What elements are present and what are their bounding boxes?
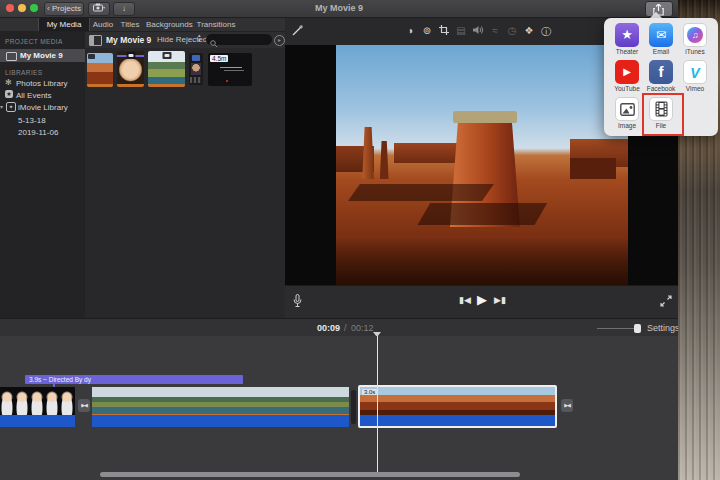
timeline-clip-lake[interactable] [92, 387, 349, 415]
info-icon[interactable]: ⓘ [539, 25, 553, 39]
window-titlebar: ‹ Projects ↓ My Movie 9 [0, 0, 678, 18]
camera-badge-icon [126, 52, 135, 59]
play-icon[interactable]: ▶ [477, 292, 487, 307]
media-thumb-small-clip[interactable] [189, 53, 203, 85]
imovie-library-icon: ✦ [6, 102, 16, 112]
media-badge-icon [88, 54, 95, 59]
mini-filmstrip [190, 77, 202, 83]
color-balance-icon[interactable]: ◑ [403, 25, 417, 36]
timeline-clip-faces[interactable] [0, 387, 75, 415]
butte-center-cap [453, 111, 517, 123]
volume-icon[interactable] [471, 25, 485, 37]
tab-backgrounds-label: Backgrounds [146, 20, 193, 29]
settings-button[interactable]: Settings [647, 323, 680, 333]
tab-my-media[interactable]: My Media [38, 18, 90, 31]
search-input[interactable] [220, 35, 272, 46]
media-thumb-canyon[interactable] [87, 53, 113, 87]
media-browser: 4.5m [85, 48, 285, 318]
stabilization-icon[interactable]: ▤ [454, 25, 468, 36]
sidebar-item-event-5-13-18[interactable]: 5-13-18 [0, 115, 85, 127]
sidebar-toggle-fill [90, 36, 94, 45]
timeline-clip-faces-audio[interactable] [0, 415, 75, 427]
sidebar-item-imovie-library[interactable]: ▾ ✦ iMovie Library [0, 102, 85, 114]
time-separator: / [344, 323, 347, 333]
source-browser-arrow-icon[interactable]: ▸ [274, 35, 285, 46]
tab-transitions-label: Transitions [197, 20, 236, 29]
clip-gap-handle[interactable] [351, 390, 356, 424]
noise-reduction-icon[interactable]: ≈ [488, 25, 502, 36]
tab-titles-label: Titles [121, 20, 140, 29]
media-thumb-portrait[interactable] [117, 51, 144, 87]
timeline-scrollbar[interactable] [100, 472, 520, 477]
share-item-image[interactable]: Image [610, 97, 644, 129]
vimeo-icon: V [683, 60, 707, 84]
media-tabbar: My Media Audio Titles Backgrounds Transi… [0, 18, 285, 32]
sidebar-item-photos-library[interactable]: ✻ Photos Library [0, 78, 85, 90]
clip-text-line [224, 70, 244, 71]
camera-badge-icon [162, 52, 171, 59]
sidebar-item-my-movie-9-label: My Movie 9 [20, 51, 63, 60]
clip-text-line [220, 67, 242, 68]
playhead-line[interactable] [377, 336, 378, 474]
share-item-itunes[interactable]: ♫ iTunes [678, 23, 712, 55]
share-item-facebook[interactable]: f Facebook [644, 60, 678, 92]
disclosure-triangle-icon[interactable]: ▾ [0, 103, 3, 110]
tab-transitions[interactable]: Transitions [196, 18, 236, 31]
mesa-mid-left [394, 143, 458, 162]
media-thumb-dark-clip[interactable]: 4.5m [208, 53, 252, 86]
sidebar-item-event-2019-11-06[interactable]: 2019-11-06 [0, 127, 85, 139]
current-time: 00:09 [317, 323, 340, 333]
selected-clip-duration-badge: 3.0s [362, 389, 377, 395]
file-highlight-box [642, 93, 684, 136]
search-field[interactable] [206, 34, 272, 45]
imovie-library-label: iMovie Library [18, 103, 68, 112]
speed-icon[interactable]: ◷ [505, 25, 519, 36]
crop-icon[interactable] [437, 25, 451, 37]
record-dot [226, 80, 228, 82]
facebook-icon: f [649, 60, 673, 84]
color-correction-icon[interactable]: ⊚ [420, 25, 434, 36]
skip-forward-icon[interactable]: ▶▮ [494, 295, 506, 305]
share-item-theater[interactable]: ★ Theater [610, 23, 644, 55]
transition-icon[interactable]: ▶◀ [78, 399, 90, 412]
tab-my-media-label: My Media [47, 20, 82, 29]
share-item-vimeo[interactable]: V Vimeo [678, 60, 712, 92]
favorite-stripe [87, 84, 113, 87]
sidebar-item-all-events[interactable]: ★ All Events [0, 90, 85, 102]
zoom-slider-thumb[interactable] [634, 324, 641, 333]
playback-controls: ▮◀ ▶ ▶▮ [285, 285, 678, 319]
timeline-pane: 3.9s ~ Directed By dy ▶◀ 3.0s ▶◀ [0, 336, 678, 480]
clip-filter-icon[interactable]: ❖ [522, 25, 536, 36]
browser-project-name: My Movie 9 [106, 35, 151, 45]
project-media-header: PROJECT MEDIA [5, 38, 63, 45]
enhance-wand-icon[interactable] [291, 24, 304, 37]
share-item-youtube[interactable]: ▶ YouTube [610, 60, 644, 92]
title-clip[interactable]: 3.9s ~ Directed By dy [25, 375, 243, 384]
title-clip-label: 3.9s ~ Directed By dy [29, 376, 91, 383]
transition-icon[interactable]: ▶◀ [561, 399, 573, 412]
filter-chevrons-icon[interactable]: ▴▾ [198, 33, 201, 43]
speaker-glyph [473, 25, 484, 35]
mini-frame [191, 63, 201, 75]
favorite-stripe [148, 84, 185, 87]
youtube-label: YouTube [610, 85, 644, 92]
timeline-clip-lake-audio[interactable] [92, 415, 349, 427]
tab-audio[interactable]: Audio [90, 18, 116, 31]
tab-backgrounds[interactable]: Backgrounds [146, 18, 188, 31]
skip-back-icon[interactable]: ▮◀ [459, 295, 471, 305]
sidebar-item-my-movie-9[interactable]: My Movie 9 [0, 49, 85, 62]
total-duration: 00:12 [351, 323, 374, 333]
tab-audio-label: Audio [93, 20, 113, 29]
timeline-clip-canyon-selected[interactable]: 3.0s [358, 385, 557, 428]
event-2019-11-06-label: 2019-11-06 [18, 128, 58, 137]
itunes-note-glyph: ♫ [687, 27, 703, 43]
voiceover-mic-icon[interactable] [293, 294, 302, 308]
tab-titles[interactable]: Titles [118, 18, 142, 31]
fullscreen-icon[interactable] [660, 295, 672, 307]
all-events-icon: ★ [5, 90, 13, 98]
ground-shadow [417, 203, 546, 225]
sidebar-toggle-icon[interactable] [89, 35, 102, 46]
media-thumb-lake[interactable] [148, 51, 185, 87]
event-5-13-18-label: 5-13-18 [18, 116, 46, 125]
share-item-email[interactable]: ✉ Email [644, 23, 678, 55]
